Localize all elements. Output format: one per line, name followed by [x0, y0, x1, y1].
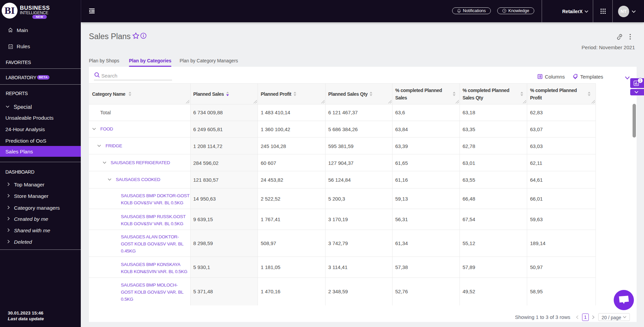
svg-text:?: ?	[504, 9, 505, 12]
